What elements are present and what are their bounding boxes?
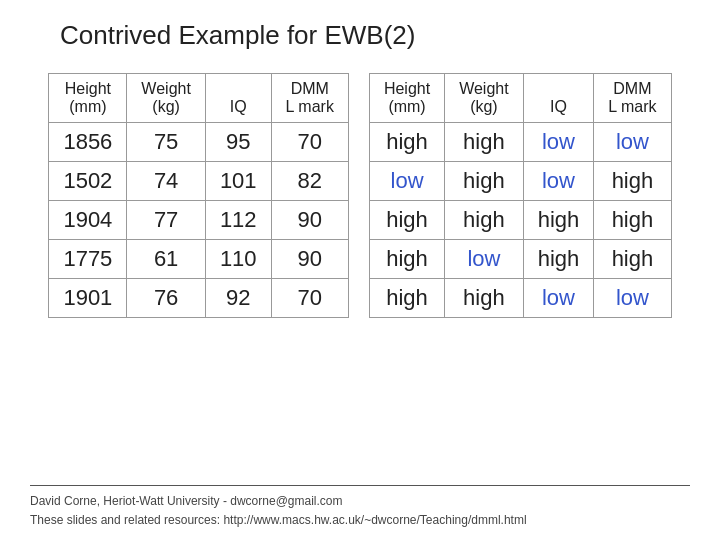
table-cell: 70 [271, 123, 348, 162]
table-cell: high [369, 123, 444, 162]
table-cell: high [445, 201, 524, 240]
footer: David Corne, Heriot-Watt University - dw… [30, 485, 690, 530]
table-cell: high [594, 240, 671, 279]
table-cell: high [445, 279, 524, 318]
table-row: 17756111090 [49, 240, 349, 279]
table-cell: 101 [205, 162, 271, 201]
footer-line2: These slides and related resources: http… [30, 511, 690, 530]
table-cell: 1856 [49, 123, 127, 162]
table-row: highhighhighhigh [369, 201, 671, 240]
col2-header-weight-kg: Weight(kg) [445, 74, 524, 123]
table-cell: high [369, 201, 444, 240]
table-cell: 82 [271, 162, 348, 201]
table-cell: 70 [271, 279, 348, 318]
table-cell: 1904 [49, 201, 127, 240]
col-header-dmm-lmark: DMML mark [271, 74, 348, 123]
table-cell: 74 [127, 162, 206, 201]
table-row: 1856759570 [49, 123, 349, 162]
table-cell: 90 [271, 240, 348, 279]
table-cell: 1901 [49, 279, 127, 318]
tables-row: Height(mm) Weight(kg) IQ DMML mark 18567… [30, 73, 690, 471]
table-cell: high [523, 240, 594, 279]
table-cell: high [594, 201, 671, 240]
table-cell: low [594, 279, 671, 318]
table-cell: 77 [127, 201, 206, 240]
table-row: lowhighlowhigh [369, 162, 671, 201]
table-cell: 112 [205, 201, 271, 240]
col2-header-height-mm: Height(mm) [369, 74, 444, 123]
table-cell: high [594, 162, 671, 201]
table-cell: high [523, 201, 594, 240]
col2-header-dmm-lmark: DMML mark [594, 74, 671, 123]
table-cell: 75 [127, 123, 206, 162]
table-row: 1901769270 [49, 279, 349, 318]
page-container: Contrived Example for EWB(2) Height(mm) … [0, 0, 720, 540]
table-cell: high [369, 279, 444, 318]
table-row: 15027410182 [49, 162, 349, 201]
table-cell: high [445, 123, 524, 162]
table-cell: high [369, 240, 444, 279]
table-cell: high [445, 162, 524, 201]
table-cell: low [523, 123, 594, 162]
table-cell: low [369, 162, 444, 201]
categorical-table: Height(mm) Weight(kg) IQ DMML mark highh… [369, 73, 672, 318]
table-cell: low [523, 279, 594, 318]
col2-header-iq: IQ [523, 74, 594, 123]
table-row: highlowhighhigh [369, 240, 671, 279]
col-header-weight-kg: Weight(kg) [127, 74, 206, 123]
numeric-table: Height(mm) Weight(kg) IQ DMML mark 18567… [48, 73, 349, 318]
footer-line1: David Corne, Heriot-Watt University - dw… [30, 492, 690, 511]
col-header-height-mm: Height(mm) [49, 74, 127, 123]
table-cell: 95 [205, 123, 271, 162]
table-cell: low [523, 162, 594, 201]
table-cell: 61 [127, 240, 206, 279]
page-title: Contrived Example for EWB(2) [60, 20, 690, 51]
table-cell: 1502 [49, 162, 127, 201]
table-cell: 76 [127, 279, 206, 318]
table-cell: 110 [205, 240, 271, 279]
table-cell: low [445, 240, 524, 279]
col-header-iq: IQ [205, 74, 271, 123]
table-cell: 92 [205, 279, 271, 318]
table-row: highhighlowlow [369, 279, 671, 318]
table-cell: 90 [271, 201, 348, 240]
table-cell: low [594, 123, 671, 162]
table-row: highhighlowlow [369, 123, 671, 162]
table-row: 19047711290 [49, 201, 349, 240]
table-cell: 1775 [49, 240, 127, 279]
